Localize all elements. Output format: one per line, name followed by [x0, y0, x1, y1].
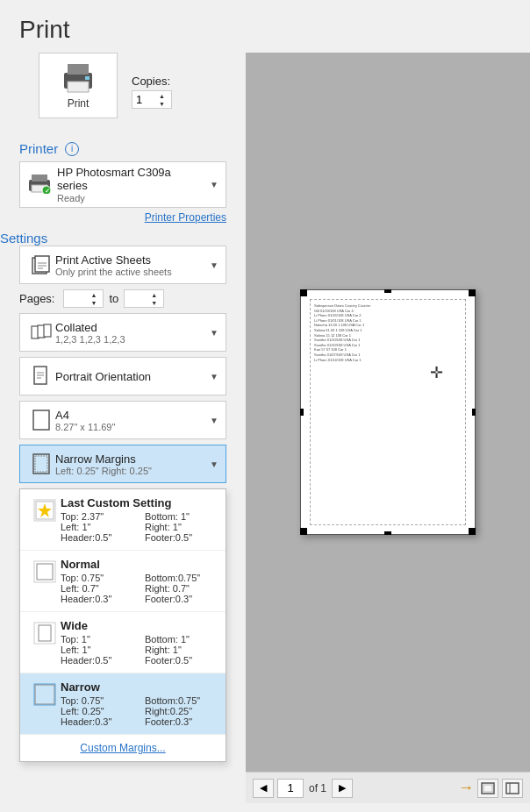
printer-status-icon: ✓: [27, 173, 52, 196]
print-sheets-arrow: ▼: [210, 260, 218, 270]
margins-title: Narrow Margins: [55, 452, 204, 466]
menu-item-last-custom[interactable]: Last Custom Setting Top: 2.37"Bottom: 1"…: [20, 489, 226, 551]
paper-content: Salesperson Dates Country Counter Gill 0…: [311, 300, 465, 366]
orientation-icon: [27, 366, 55, 387]
handle-tr[interactable]: [469, 289, 476, 296]
page-number-input[interactable]: [277, 779, 304, 798]
collated-icon: [27, 322, 55, 343]
pages-to-value[interactable]: [125, 290, 149, 307]
menu-item-narrow[interactable]: Narrow Top: 0.75"Bottom:0.75" Left: 0.25…: [20, 673, 226, 735]
menu-item-wide[interactable]: Wide Top: 1"Bottom: 1" Left: 1"Right: 1"…: [20, 612, 226, 673]
collated-title: Collated: [55, 321, 204, 334]
menu-item-normal-icon: [29, 558, 61, 584]
print-sheets-dropdown[interactable]: Print Active Sheets Only print the activ…: [19, 246, 226, 284]
move-cursor-icon: ✛: [430, 363, 443, 382]
copies-label: Copies:: [132, 75, 172, 88]
right-panel: Salesperson Dates Country Counter Gill 0…: [246, 53, 530, 803]
handle-br[interactable]: [469, 528, 476, 535]
menu-item-normal[interactable]: Normal Top: 0.75"Bottom:0.75" Left: 0.7"…: [20, 551, 226, 612]
svg-rect-2: [68, 82, 89, 92]
paper-inner: Salesperson Dates Country Counter Gill 0…: [310, 299, 466, 525]
pages-from-decrement[interactable]: ▼: [89, 299, 98, 307]
svg-rect-27: [34, 561, 55, 582]
printer-icon: [61, 62, 96, 94]
collated-dropdown[interactable]: Collated 1,2,3 1,2,3 1,2,3 ▼: [19, 313, 226, 352]
pages-label: Pages:: [19, 292, 54, 305]
print-button[interactable]: Print: [39, 53, 118, 118]
menu-item-last-custom-title: Last Custom Setting: [61, 496, 217, 509]
orientation-arrow: ▼: [210, 372, 218, 381]
printer-select-dropdown[interactable]: ✓ HP Photosmart C309a series Ready ▼: [19, 161, 226, 208]
menu-item-wide-title: Wide: [61, 619, 217, 632]
svg-rect-29: [34, 623, 55, 644]
margins-dropdown[interactable]: Narrow Margins Left: 0.25" Right: 0.25" …: [19, 445, 226, 483]
view-fullpage-button[interactable]: [502, 779, 523, 798]
pages-to-label: to: [109, 292, 118, 305]
menu-item-wide-details: Top: 1"Bottom: 1" Left: 1"Right: 1" Head…: [61, 634, 217, 666]
copies-increment[interactable]: ▲: [157, 92, 167, 100]
svg-rect-1: [68, 64, 89, 75]
sheets-icon: [27, 254, 55, 275]
handle-tl[interactable]: [300, 289, 307, 296]
printer-area: ✓ HP Photosmart C309a series Ready ▼ Pri…: [19, 161, 226, 224]
copies-decrement[interactable]: ▼: [157, 100, 167, 108]
paper-size-subtitle: 8.27" x 11.69": [55, 422, 204, 432]
page-nav: ◀ of 1 ▶ →: [246, 772, 530, 803]
print-sheets-title: Print Active Sheets: [55, 253, 204, 267]
margins-subtitle: Left: 0.25" Right: 0.25": [55, 466, 204, 476]
pages-from-value[interactable]: [64, 290, 89, 307]
svg-rect-10: [35, 256, 49, 272]
printer-dropdown-arrow: ▼: [210, 180, 218, 189]
handle-bottom[interactable]: [384, 531, 391, 535]
margins-arrow: ▼: [210, 459, 218, 469]
page-next-button[interactable]: ▶: [332, 779, 353, 798]
pages-to-increment[interactable]: ▲: [149, 291, 159, 299]
svg-rect-21: [33, 410, 49, 430]
svg-rect-22: [33, 454, 49, 474]
svg-rect-31: [34, 684, 55, 705]
handle-bl[interactable]: [300, 528, 307, 535]
menu-item-last-custom-icon: [29, 496, 61, 523]
printer-section-header: Printer i: [19, 141, 246, 156]
preview-container: Salesperson Dates Country Counter Gill 0…: [246, 53, 530, 772]
svg-rect-34: [483, 785, 492, 792]
copies-value[interactable]: [132, 91, 157, 108]
pages-to-input[interactable]: ▲ ▼: [124, 289, 164, 308]
handle-top[interactable]: [384, 289, 391, 293]
svg-text:✓: ✓: [45, 188, 50, 194]
paper-size-arrow: ▼: [210, 416, 218, 425]
pages-from-input[interactable]: ▲ ▼: [63, 289, 104, 308]
menu-item-wide-icon: [29, 619, 61, 645]
page-total: of 1: [309, 782, 326, 794]
left-panel: Print Copies: ▲ ▼ Printer i: [0, 53, 246, 803]
menu-item-normal-details: Top: 0.75"Bottom:0.75" Left: 0.7"Right: …: [61, 573, 217, 604]
page-prev-button[interactable]: ◀: [253, 779, 274, 798]
orientation-title: Portrait Orientation: [55, 370, 204, 383]
view-page-button[interactable]: [477, 779, 498, 798]
menu-item-narrow-title: Narrow: [61, 680, 217, 694]
menu-item-narrow-icon: [29, 680, 61, 707]
print-sheets-subtitle: Only print the active sheets: [55, 267, 204, 277]
printer-info-icon[interactable]: i: [65, 142, 79, 156]
pages-row: Pages: ▲ ▼ to ▲ ▼: [19, 289, 226, 308]
menu-item-last-custom-details: Top: 2.37"Bottom: 1" Left: 1"Right: 1" H…: [61, 511, 217, 543]
collated-arrow: ▼: [210, 328, 218, 338]
margins-menu: Last Custom Setting Top: 2.37"Bottom: 1"…: [19, 488, 226, 762]
nav-arrow-right-icon: →: [458, 779, 474, 797]
menu-item-narrow-details: Top: 0.75"Bottom:0.75" Left: 0.25"Right:…: [61, 695, 217, 727]
handle-right[interactable]: [472, 409, 476, 416]
pages-from-increment[interactable]: ▲: [89, 291, 98, 299]
paper-size-dropdown[interactable]: A4 8.27" x 11.69" ▼: [19, 401, 226, 439]
printer-status: Ready: [57, 193, 204, 203]
settings-section-header: Settings: [0, 231, 246, 246]
svg-rect-16: [44, 324, 51, 337]
custom-margins-link[interactable]: Custom Margins...: [20, 735, 226, 761]
svg-rect-3: [85, 76, 90, 80]
orientation-dropdown[interactable]: Portrait Orientation ▼: [19, 357, 226, 395]
copies-input[interactable]: ▲ ▼: [132, 90, 172, 109]
handle-left[interactable]: [300, 409, 304, 416]
menu-item-normal-title: Normal: [61, 558, 217, 571]
printer-properties-link[interactable]: Printer Properties: [19, 211, 226, 224]
pages-to-decrement[interactable]: ▼: [149, 299, 159, 307]
paper-size-icon: [27, 410, 55, 431]
